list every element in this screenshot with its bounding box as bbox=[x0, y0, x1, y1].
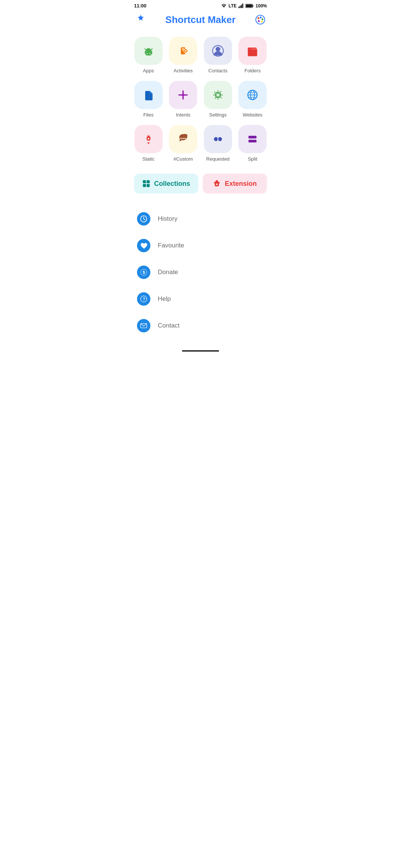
clock-icon bbox=[140, 215, 147, 223]
menu-item-donate[interactable]: $ Donate bbox=[134, 259, 267, 286]
svg-point-10 bbox=[260, 17, 262, 19]
svg-point-38 bbox=[148, 138, 150, 140]
menu-item-history[interactable]: History bbox=[134, 206, 267, 232]
grid-item-contacts[interactable]: Contacts bbox=[202, 35, 234, 76]
donate-icon-bg: $ bbox=[137, 266, 150, 279]
requested-icon bbox=[211, 132, 225, 146]
history-label: History bbox=[158, 215, 177, 223]
svg-rect-48 bbox=[143, 184, 146, 187]
bottom-bar bbox=[128, 348, 273, 355]
grid-item-requested[interactable]: Requested bbox=[202, 124, 234, 165]
settings-label: Settings bbox=[209, 112, 226, 118]
extension-button[interactable]: Extension bbox=[203, 174, 267, 194]
intents-icon bbox=[176, 88, 190, 102]
settings-icon bbox=[211, 88, 225, 102]
svg-point-26 bbox=[215, 47, 220, 52]
status-icons: LTE 100% bbox=[221, 3, 267, 9]
split-icon-bg bbox=[238, 125, 267, 153]
svg-point-42 bbox=[214, 137, 218, 141]
palette-icon bbox=[255, 14, 265, 25]
help-icon: ? bbox=[140, 295, 147, 303]
grid-item-static[interactable]: Static bbox=[133, 124, 164, 165]
grid-item-folders[interactable]: Folders bbox=[237, 35, 269, 76]
menu-list: History Favourite $ Donate ? Help bbox=[128, 203, 273, 348]
grid-item-apps[interactable]: Apps bbox=[133, 35, 164, 76]
requested-icon-bg bbox=[204, 125, 232, 153]
svg-rect-15 bbox=[145, 51, 146, 54]
menu-item-favourite[interactable]: Favourite bbox=[134, 232, 267, 259]
dollar-icon: $ bbox=[140, 269, 147, 276]
svg-point-12 bbox=[261, 21, 263, 23]
svg-point-40 bbox=[182, 138, 184, 139]
status-bar: 11:00 LTE 100% bbox=[128, 0, 273, 10]
svg-rect-5 bbox=[252, 5, 253, 7]
static-label: Static bbox=[142, 156, 154, 162]
svg-text:!: ! bbox=[138, 19, 140, 22]
static-icon-bg bbox=[134, 125, 163, 153]
websites-icon-bg bbox=[238, 81, 267, 109]
custom-icon bbox=[176, 132, 190, 146]
grid-item-custom[interactable]: #Custom bbox=[167, 124, 199, 165]
android-icon bbox=[142, 44, 155, 57]
svg-point-11 bbox=[262, 19, 264, 20]
wifi-icon bbox=[221, 3, 227, 8]
new-badge-icon: ! bbox=[135, 14, 146, 25]
svg-point-43 bbox=[218, 137, 222, 141]
svg-line-19 bbox=[145, 49, 146, 50]
svg-text:?: ? bbox=[143, 297, 146, 301]
svg-point-39 bbox=[180, 138, 182, 139]
grid-item-settings[interactable]: Settings bbox=[202, 79, 234, 121]
grid-item-files[interactable]: Files bbox=[133, 79, 164, 121]
svg-rect-18 bbox=[149, 53, 150, 54]
static-icon bbox=[142, 132, 155, 146]
collections-button[interactable]: Collections bbox=[134, 174, 198, 194]
activities-icon-bg bbox=[169, 37, 197, 65]
new-badge-button[interactable]: ! bbox=[134, 13, 147, 26]
svg-rect-47 bbox=[147, 180, 150, 183]
menu-item-contact[interactable]: Contact bbox=[134, 312, 267, 339]
heart-icon bbox=[140, 242, 147, 249]
lte-label: LTE bbox=[229, 3, 237, 9]
app-header: ! Shortcut Maker bbox=[128, 10, 273, 32]
svg-point-41 bbox=[185, 138, 186, 139]
svg-rect-1 bbox=[240, 6, 241, 8]
svg-rect-46 bbox=[143, 180, 146, 183]
donate-label: Donate bbox=[158, 269, 178, 276]
grid-item-websites[interactable]: Websites bbox=[237, 79, 269, 121]
svg-point-31 bbox=[216, 93, 219, 96]
apps-label: Apps bbox=[143, 68, 154, 73]
favourite-label: Favourite bbox=[158, 242, 184, 249]
home-indicator bbox=[182, 350, 219, 352]
svg-rect-16 bbox=[151, 51, 152, 54]
action-buttons: Collections Extension bbox=[128, 168, 273, 203]
grid-item-activities[interactable]: Activities bbox=[167, 35, 199, 76]
custom-icon-bg bbox=[169, 125, 197, 153]
split-label: Split bbox=[248, 156, 257, 162]
activities-label: Activities bbox=[174, 68, 193, 73]
svg-rect-6 bbox=[246, 4, 252, 7]
contacts-icon bbox=[211, 44, 225, 57]
split-icon bbox=[246, 132, 259, 146]
folders-icon bbox=[246, 44, 259, 57]
files-icon-bg bbox=[134, 81, 163, 109]
menu-item-help[interactable]: ? Help bbox=[134, 286, 267, 312]
signal-icon bbox=[238, 3, 244, 8]
svg-rect-49 bbox=[147, 184, 150, 187]
shortcut-grid: Apps Activities Contacts bbox=[128, 32, 273, 168]
svg-point-8 bbox=[256, 15, 265, 24]
intents-label: Intents bbox=[176, 112, 190, 118]
svg-rect-3 bbox=[242, 3, 244, 8]
websites-label: Websites bbox=[243, 112, 263, 118]
folders-label: Folders bbox=[245, 68, 261, 73]
extension-touch-icon bbox=[213, 180, 221, 188]
contacts-label: Contacts bbox=[208, 68, 227, 73]
grid-item-intents[interactable]: Intents bbox=[167, 79, 199, 121]
palette-button[interactable] bbox=[254, 13, 267, 26]
custom-label: #Custom bbox=[173, 156, 193, 162]
svg-rect-2 bbox=[241, 5, 242, 8]
svg-point-13 bbox=[258, 20, 260, 22]
mail-icon bbox=[140, 322, 147, 329]
contacts-icon-bg bbox=[204, 37, 232, 65]
grid-item-split[interactable]: Split bbox=[237, 124, 269, 165]
svg-rect-45 bbox=[248, 140, 257, 142]
